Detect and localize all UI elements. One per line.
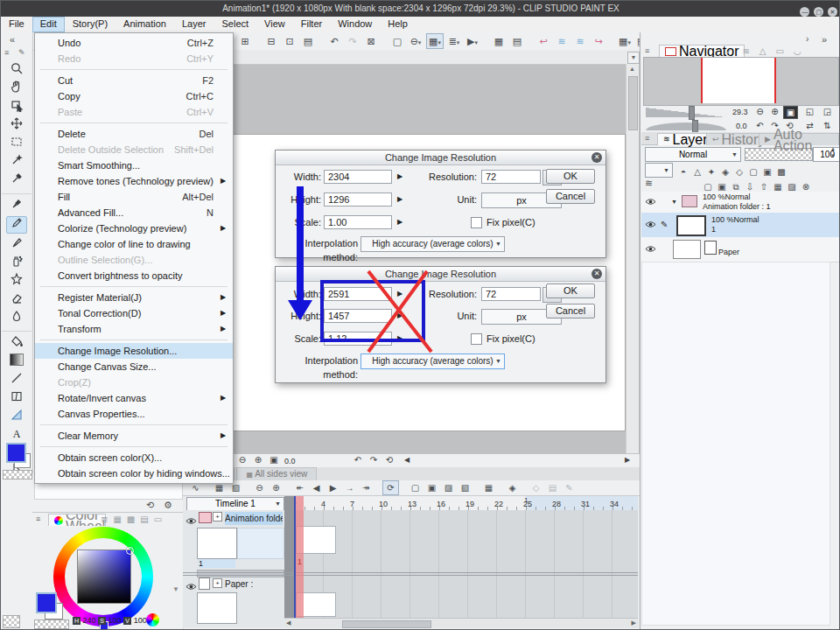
layer1-visibility-icon[interactable]	[645, 198, 656, 207]
sound-icon[interactable]: ◈	[505, 481, 520, 494]
zoom-tool[interactable]	[7, 62, 26, 78]
subtool-detail-tab-icon[interactable]: ✓	[725, 46, 732, 56]
tab-color-wheel[interactable]: Color Wheel	[48, 514, 106, 526]
track1-visibility-icon[interactable]	[186, 513, 197, 528]
color-slider-tab-icon[interactable]: ≣	[101, 514, 108, 524]
tl-hscroll-thumb[interactable]	[342, 620, 431, 628]
dialog-close-icon[interactable]: ✕	[592, 152, 602, 163]
onion-skin-next-icon[interactable]: ≋	[572, 34, 588, 48]
height-input[interactable]: 1457	[324, 309, 392, 323]
onion-skin-icon[interactable]: ▢	[408, 481, 423, 494]
text-tool[interactable]: A	[7, 427, 26, 443]
render-frame-icon[interactable]: ▦	[481, 481, 496, 494]
screen-view-icon[interactable]: ⊡	[282, 34, 298, 48]
go-end-icon[interactable]: ↠	[359, 481, 374, 494]
tab-layer[interactable]: ≋ Layer	[657, 133, 714, 145]
dialog-title[interactable]: Change Image Resolution	[276, 267, 606, 282]
panel-expand-icon[interactable]: »	[822, 34, 827, 45]
menu-bar-item[interactable]: Help	[380, 17, 416, 32]
track2-visibility-icon[interactable]	[186, 578, 197, 594]
edit-menu-item[interactable]: Advanced Fill... N ▶	[35, 205, 233, 220]
operation-tool[interactable]	[7, 99, 26, 115]
zoom-in-icon[interactable]: ⊕	[269, 481, 284, 494]
ok-button[interactable]: OK	[546, 169, 595, 184]
new-animation-cel-icon[interactable]: ▦	[617, 34, 633, 48]
label-icon[interactable]: ▤	[545, 481, 560, 494]
status-rotate-right-icon[interactable]: ↷	[367, 455, 381, 465]
play-icon[interactable]: ▶	[465, 34, 480, 48]
menu-bar-item[interactable]: View	[256, 17, 293, 32]
layer-row-animation-folder[interactable]: ▼ 100 %Normal Animation folder : 1	[641, 192, 839, 214]
cancel-button[interactable]: Cancel	[546, 304, 595, 318]
close-button[interactable]: ✕	[828, 7, 837, 17]
scroll-down-icon[interactable]: ▼	[172, 585, 179, 593]
layer-row-paper[interactable]: Paper	[641, 237, 839, 262]
resolution-input[interactable]: 72	[481, 170, 541, 184]
dialog-title[interactable]: Change Image Resolution	[276, 150, 606, 165]
edit-menu-item[interactable]: Rotate/Invert canvas ▶	[35, 390, 233, 406]
decoration-tool[interactable]	[7, 273, 26, 289]
pen-tool[interactable]	[7, 198, 26, 214]
clear-icon[interactable]: ⊠	[363, 34, 379, 48]
width-input[interactable]: 2304	[324, 170, 392, 184]
color-panel-menu-icon[interactable]: ≡	[36, 514, 40, 523]
tab-auto-action[interactable]: ▶ Auto Action	[759, 133, 839, 145]
delete-cel-icon[interactable]: ▧	[458, 481, 472, 494]
transparent-chip[interactable]	[34, 620, 69, 629]
blend-tool[interactable]	[7, 310, 26, 326]
opacity-spin-down-icon[interactable]: ▼	[830, 153, 836, 158]
edit-menu-item[interactable]: Fill Alt+Del ▶	[35, 189, 233, 205]
saturation-value-square[interactable]	[77, 550, 131, 604]
redo-icon[interactable]: ↷	[345, 34, 360, 48]
track1-cel-thumbnail[interactable]	[197, 528, 237, 559]
color-set-tab-icon[interactable]: ▦	[113, 514, 121, 524]
status-reset-icon[interactable]: ⟲	[382, 455, 396, 465]
hscroll-left-icon[interactable]: ◀	[400, 456, 414, 464]
play-icon[interactable]: ▶	[326, 481, 340, 494]
select-source-icon[interactable]: ▢	[746, 166, 760, 178]
edit-menu-item[interactable]: Remove tones (Technology preview) ▶	[35, 173, 233, 189]
interpolation-combo[interactable]: High accuracy (average colors) ▼	[360, 354, 505, 369]
edit-menu-item[interactable]: Cut F2 ▶	[35, 73, 233, 88]
fill-tool[interactable]	[7, 335, 26, 351]
color-circle-icon[interactable]	[146, 613, 159, 626]
height-stepper-icon[interactable]: ▶	[397, 309, 402, 323]
info-tab-icon[interactable]: ◡	[794, 46, 802, 56]
reference-layer-icon[interactable]: ▣	[760, 166, 774, 178]
dialog-close-icon[interactable]: ✕	[592, 269, 602, 279]
loop-icon[interactable]: ⟳	[382, 480, 399, 495]
interpolation-combo[interactable]: High accuracy (average colors) ▼	[360, 236, 505, 252]
scale-input[interactable]: 1.12	[324, 332, 392, 346]
scale-input[interactable]: 1.00	[324, 215, 392, 229]
edit-menu-item[interactable]: Crop(Z) ▶	[35, 374, 233, 390]
nav-fit-icon[interactable]: ▣	[783, 106, 798, 119]
cel-display-icon[interactable]: ▦	[426, 33, 444, 49]
keyframe-icon[interactable]: ◇	[528, 481, 543, 494]
enable-cel-icon[interactable]: ▣	[424, 481, 439, 494]
subview-tab-icon[interactable]: ▭	[775, 46, 783, 56]
material-tab-icon[interactable]: △	[760, 46, 766, 56]
resolution-input[interactable]: 72	[481, 287, 541, 301]
scale-stepper-icon[interactable]: ▶	[397, 332, 402, 346]
prev-cel-icon[interactable]: ↩	[536, 34, 551, 48]
edit-menu-item[interactable]: Paste Ctrl+V ▶	[35, 104, 233, 120]
timeline-selector-combo[interactable]: Timeline 1 ▼	[186, 497, 284, 511]
track1-mini-scrollbar[interactable]	[197, 570, 284, 578]
edit-menu-item[interactable]: Change color of line to drawing ▶	[35, 236, 233, 252]
navigator-menu-icon[interactable]: ≡	[645, 46, 649, 55]
mixing-tab-icon[interactable]: ▩	[127, 514, 135, 524]
tab-list-icon[interactable]: ▼	[627, 52, 640, 64]
toolbar-collapse-icon[interactable]: «	[10, 34, 15, 45]
layer-panel-menu-icon[interactable]: ≡	[645, 134, 649, 143]
layer-color-icon[interactable]: ▩	[774, 166, 788, 178]
move-view-tool[interactable]	[7, 80, 26, 96]
track-display-icon[interactable]: ≣	[446, 34, 462, 48]
edit-menu-item[interactable]: Undo Ctrl+Z ▶	[35, 35, 233, 51]
nav-zoom-in-icon[interactable]: ⊕	[768, 106, 781, 117]
track1-label[interactable]: Animation folder : 1	[225, 512, 283, 525]
edit-menu-item[interactable]: Obtain screen color by hiding windows...…	[35, 466, 233, 481]
edit-menu-item[interactable]: Redo Ctrl+Y ▶	[35, 51, 233, 66]
menu-bar-item[interactable]: Window	[330, 17, 380, 32]
status-zoom-out-icon[interactable]: ⊖	[235, 455, 249, 465]
next-frame-icon[interactable]: →	[342, 481, 357, 494]
